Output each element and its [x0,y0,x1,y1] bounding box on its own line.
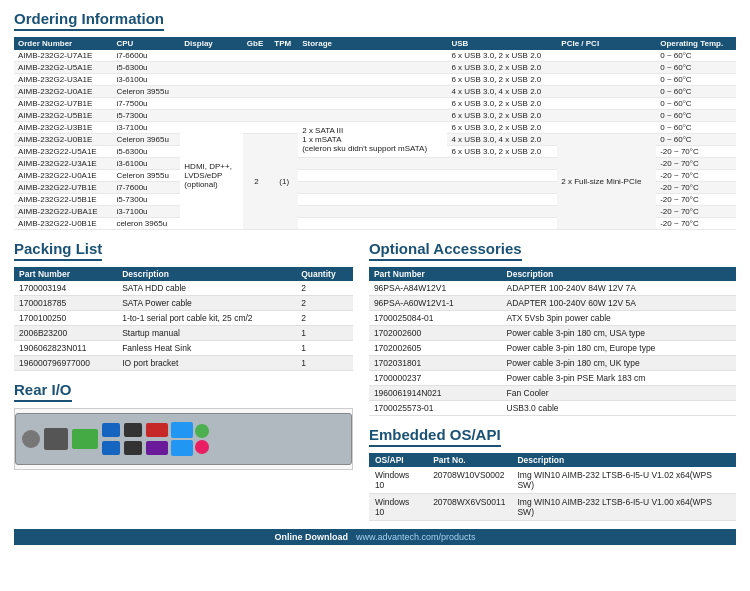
cell-tpm [270,122,298,134]
cell-temp: -20 ~ 70°C [656,158,736,170]
cell-pcie [557,86,656,98]
packing-col-desc: Description [117,267,296,281]
packing-cell-0: 1700003194 [14,281,117,296]
cell-temp: 0 ~ 60°C [656,74,736,86]
cell-cpu: i7-7600u [112,182,180,194]
cell-gbe [243,110,270,122]
cell-order-number: AIMB-232G2-U0B1E [14,134,112,146]
io-group-6 [145,422,169,456]
optional-title: Optional Accessories [369,240,522,261]
cell-storage [298,206,447,218]
optional-table-row: 1700000237Power cable 3-pin PSE Mark 183… [369,371,736,386]
cell-order-number: AIMB-232G22-U3A1E [14,158,112,170]
cell-cpu: Celeron 3965u [112,134,180,146]
cell-gbe [243,122,270,134]
cell-order-number: AIMB-232G2-U0A1E [14,86,112,98]
cell-order-number: AIMB-232G22-UBA1E [14,206,112,218]
connector-round-1 [22,430,40,448]
os-table-row: Windows 1020708WX6VS0011Img WIN10 AIMB-2… [369,494,736,521]
optional-cell-0: 1702002605 [369,341,502,356]
optional-cell-0: 96PSA-A60W12V1-1 [369,296,502,311]
cell-storage [298,110,447,122]
os-cell-1: 20708WX6VS0011 [427,494,511,521]
optional-cell-1: Power cable 3-pin 180 cm, USA type [502,326,736,341]
packing-title: Packing List [14,240,102,261]
optional-table-row: 1700025084-01ATX 5Vsb 3pin power cable [369,311,736,326]
cell-cpu: i5-7300u [112,194,180,206]
cell-pcie [557,122,656,134]
packing-table-row: 17001002501-to-1 serial port cable kit, … [14,311,353,326]
optional-cell-0: 1960061914N021 [369,386,502,401]
ordering-table-row: AIMB-232G2-U5B1Ei5-7300u6 x USB 3.0, 2 x… [14,110,736,122]
packing-section: Packing List Part Number Description Qua… [14,240,353,371]
cell-pcie: 2 x Full-size Mini-PCIe [557,134,656,230]
cell-storage [298,62,447,74]
rear-io-title: Rear I/O [14,381,72,402]
cell-cpu: i3-7100u [112,206,180,218]
optional-cell-0: 1700025573-01 [369,401,502,416]
cell-gbe: 2 [243,134,270,230]
col-storage: Storage [298,37,447,50]
packing-col-qty: Quantity [296,267,353,281]
cell-pcie [557,62,656,74]
cell-tpm [270,62,298,74]
cell-cpu: i7-6600u [112,50,180,62]
optional-cell-0: 1702031801 [369,356,502,371]
cell-cpu: i5-6300u [112,146,180,158]
page-container: Ordering Information Order Number CPU Di… [0,0,750,551]
cell-display [180,74,242,86]
cell-pcie [557,50,656,62]
packing-cell-2: 1 [296,326,353,341]
os-cell-0: Windows 10 [369,494,427,521]
cell-pcie [557,74,656,86]
cell-tpm [270,50,298,62]
cell-tpm [270,74,298,86]
cell-tpm [270,86,298,98]
cell-cpu: i3-6100u [112,74,180,86]
optional-cell-0: 1700025084-01 [369,311,502,326]
connector-dp [146,441,168,455]
optional-header-row: Part Number Description [369,267,736,281]
opt-col-part: Part Number [369,267,502,281]
cell-display [180,86,242,98]
packing-table-row: 1700018785SATA Power cable2 [14,296,353,311]
cell-gbe [243,74,270,86]
ordering-section: Ordering Information Order Number CPU Di… [14,10,736,230]
packing-cell-2: 1 [296,356,353,371]
col-usb: USB [447,37,557,50]
cell-usb: 6 x USB 3.0, 2 x USB 2.0 [447,110,557,122]
cell-usb: 4 x USB 3.0, 4 x USB 2.0 [447,86,557,98]
cell-usb: 6 x USB 3.0, 2 x USB 2.0 [447,50,557,62]
cell-usb [447,206,557,218]
right-column: Optional Accessories Part Number Descrip… [369,240,736,521]
cell-usb: 6 x USB 3.0, 2 x USB 2.0 [447,62,557,74]
cell-order-number: AIMB-232G2-U3B1E [14,122,112,134]
cell-cpu: celeron 3965u [112,218,180,230]
rear-io-image [14,408,353,470]
cell-order-number: AIMB-232G22-U7B1E [14,182,112,194]
optional-table-row: 96PSA-A84W12V1ADAPTER 100-240V 84W 12V 7… [369,281,736,296]
cell-usb [447,182,557,194]
cell-cpu: Celeron 3955u [112,86,180,98]
io-group-2 [43,427,69,451]
connector-audio-pink [195,440,209,454]
cell-gbe [243,86,270,98]
optional-cell-0: 1700000237 [369,371,502,386]
optional-cell-1: Power cable 3-pin PSE Mark 183 cm [502,371,736,386]
optional-table-row: 1960061914N021Fan Cooler [369,386,736,401]
optional-table: Part Number Description 96PSA-A84W12V1AD… [369,267,736,416]
ordering-table-row: AIMB-232G2-U5A1Ei5-6300u6 x USB 3.0, 2 x… [14,62,736,74]
col-gbe: GbE [243,37,270,50]
ordering-table: Order Number CPU Display GbE TPM Storage… [14,37,736,230]
opt-col-desc: Description [502,267,736,281]
connector-usb-2 [102,441,120,455]
cell-temp: 0 ~ 60°C [656,122,736,134]
cell-order-number: AIMB-232G2-U7A1E [14,50,112,62]
packing-cell-0: 1906062823N011 [14,341,117,356]
packing-cell-1: Startup manual [117,326,296,341]
cell-temp: 0 ~ 60°C [656,62,736,74]
ordering-table-row: AIMB-232G2-U7A1Ei7-6600u6 x USB 3.0, 2 x… [14,50,736,62]
optional-table-row: 1702002600Power cable 3-pin 180 cm, USA … [369,326,736,341]
online-download-url[interactable]: www.advantech.com/products [356,532,476,542]
cell-cpu: i5-6300u [112,62,180,74]
